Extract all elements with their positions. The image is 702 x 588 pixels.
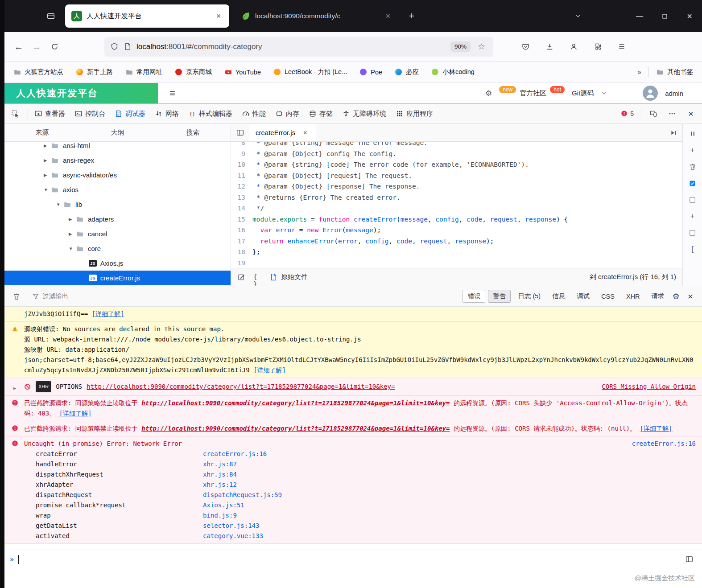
window-maximize-button[interactable] [652,6,677,26]
request-url-link[interactable]: http://localhost:9090/commodity/category… [87,382,395,392]
responsive-design-icon[interactable] [645,105,662,122]
bookmark-item[interactable]: 火狐官方站点 [13,68,63,76]
bookmark-item[interactable]: 必应 [395,68,419,76]
source-location-link[interactable]: selector.js:143 [203,521,259,531]
line-number[interactable]: 19 [231,258,252,268]
back-button[interactable]: ← [10,38,28,56]
blocked-url-link[interactable]: http://localhost:9090/commodity/category… [141,425,450,432]
devtools-tab-application[interactable]: 应用程序 [391,104,438,123]
tree-folder-ansi-html[interactable]: ▶ansi-html [4,142,231,153]
bookmark-item[interactable]: Poe [359,68,382,76]
filter-requests[interactable]: 请求 [647,290,669,302]
expand-arrow-icon[interactable]: ▶ [9,380,21,393]
filter-input[interactable]: 过滤输出 [33,292,68,300]
console-settings-icon[interactable]: ⚙ [669,292,683,301]
zoom-indicator[interactable]: 90% [450,41,471,52]
source-location-link[interactable]: createError.js:16 [203,449,267,459]
console-input[interactable]: » [4,550,702,568]
devtools-close-button[interactable]: × [682,105,699,122]
remove-breakpoints-icon[interactable] [688,162,697,171]
reload-button[interactable] [45,38,63,56]
filter-warning[interactable]: 警告 [488,290,511,303]
menu-icon[interactable]: ≡ [613,38,631,56]
tree-folder-adapters[interactable]: ▶adapters [4,212,231,226]
line-number[interactable]: 16 [231,225,252,236]
url-bar[interactable]: localhost:8001/#/commodity-category 90% … [104,37,493,57]
overflow-chevron-icon[interactable]: » [637,68,641,76]
bookmark-star-icon[interactable]: ☆ [475,41,488,52]
source-location-link[interactable]: createError.js:16 [632,439,696,449]
tree-file-createError.js[interactable]: JScreateError.js [4,271,231,285]
user-avatar[interactable] [643,86,658,101]
devtools-tab-accessibility[interactable]: 无障碍环境 [338,104,391,123]
line-number[interactable]: 10 [231,159,252,170]
tab-search[interactable]: 搜索 [155,128,231,137]
line-number[interactable]: 15 [231,214,252,225]
original-file-button[interactable]: 原始文件 [269,273,308,281]
console-close-icon[interactable]: × [683,291,698,302]
source-location-link[interactable]: category.vue:133 [203,531,263,541]
tree-folder-axios[interactable]: ▼axios [4,182,231,197]
learn-more-link[interactable]: [详细了解] [59,410,92,417]
community-link[interactable]: 官方社区 [520,89,546,98]
line-number[interactable]: 12 [231,181,252,192]
tab-sources[interactable]: 来源 [4,128,80,137]
filter-error[interactable]: 错误 [462,290,485,303]
pocket-icon[interactable] [516,38,534,56]
cors-learn-more-link[interactable]: CORS Missing Allow Origin [595,382,696,392]
collapse-sources-icon[interactable] [231,124,249,141]
devtools-tab-network[interactable]: 网络 [150,104,184,123]
add-watch-icon[interactable]: + [688,146,697,155]
bookmark-item[interactable]: LeetBook - 力扣 (Le... [273,68,347,76]
breakpoint-checkbox[interactable] [688,195,697,204]
line-number[interactable]: 9 [231,148,252,160]
bookmark-item[interactable]: YouTube [224,68,261,76]
tab-close-icon[interactable]: × [213,11,224,21]
source-location-link[interactable]: xhr.js:12 [203,480,237,490]
split-console-icon[interactable] [681,552,697,567]
filter-xhr[interactable]: XHR [622,291,644,302]
tree-folder-core[interactable]: ▼core [4,241,231,256]
browser-tab-active[interactable]: 人 人人快速开发平台 × [65,4,229,28]
pretty-print-icon[interactable] [237,273,245,281]
learn-more-link[interactable]: [详细了解] [92,310,124,317]
devtools-menu-icon[interactable] [664,105,681,122]
error-count-badge[interactable]: 5 [617,110,637,117]
devtools-tab-memory[interactable]: 内存 [271,104,304,123]
resume-icon[interactable] [665,129,682,136]
pick-element-button[interactable] [4,104,26,123]
line-number[interactable]: 18 [231,247,252,258]
settings-gear-icon[interactable]: ⚙ [485,89,492,98]
devtools-tab-storage[interactable]: 存储 [304,104,338,123]
tree-folder-async-validator/es[interactable]: ▶async-validator/es [4,168,231,182]
line-number[interactable]: 11 [231,170,252,181]
browser-tab-2[interactable]: localhost:9090/commodity/c × [235,4,399,28]
editor-file-tab[interactable]: createError.js × [249,124,317,141]
menu-fold-icon[interactable]: ≡ [169,88,175,98]
bookmark-item[interactable]: 新手上路 [76,68,113,76]
tab-close-icon[interactable]: × [383,11,393,21]
filter-css[interactable]: CSS [597,291,619,302]
clear-console-icon[interactable] [9,289,24,304]
downloads-icon[interactable] [541,38,558,56]
line-number[interactable]: 17 [231,236,252,247]
tree-folder-cancel[interactable]: ▶cancel [4,226,231,241]
learn-more-link[interactable]: [详细了解] [253,366,286,374]
checkbox-icon[interactable] [688,228,697,237]
line-number[interactable]: 14 [231,203,252,214]
code-editor[interactable]: 8 * @param {string} message The error me… [231,142,682,268]
line-number[interactable]: 8 [231,142,252,148]
forward-button[interactable]: → [28,38,45,56]
tree-file-Axios.js[interactable]: JSAxios.js [4,256,231,271]
breakpoint-checkbox-checked[interactable] [688,179,697,188]
filter-info[interactable]: 信息 [548,290,570,302]
other-bookmarks-button[interactable]: 其他书签 [656,68,693,76]
source-location-link[interactable]: dispatchRequest.js:59 [203,490,282,500]
devtools-tab-debugger[interactable]: 调试器 [110,104,150,123]
list-all-tabs-chevron-icon[interactable] [568,13,588,19]
filter-log[interactable]: 日志 (5) [513,290,545,302]
window-close-button[interactable]: × [677,6,702,26]
add-expression-icon[interactable]: + [688,212,697,221]
pause-icon[interactable] [688,129,697,138]
tab-outline[interactable]: 大纲 [80,128,155,137]
